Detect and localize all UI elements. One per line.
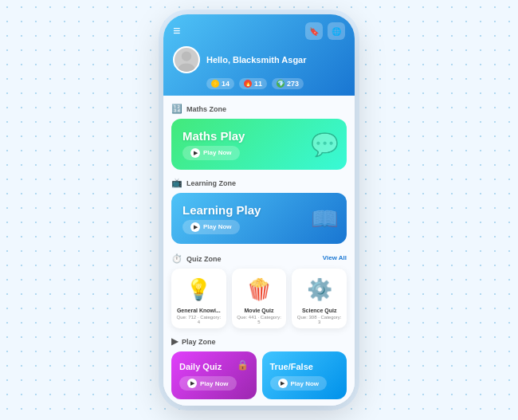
daily-play-icon: ▶ xyxy=(187,379,197,388)
streak-value: 14 xyxy=(222,80,230,88)
menu-icon[interactable]: ≡ xyxy=(173,24,181,38)
streak-dot: ⚡ xyxy=(211,80,219,88)
stat-badge-gems: 💎 273 xyxy=(272,78,304,89)
maths-play-label: Play Now xyxy=(203,149,232,156)
quiz-zone-header: ⏱️ Quiz Zone View All xyxy=(171,252,347,264)
truefalse-title: True/False xyxy=(270,362,339,371)
stat-badge-fire: 🔥 11 xyxy=(239,78,267,89)
learning-play-label: Play Now xyxy=(203,223,232,230)
learning-play-button[interactable]: ▶ Play Now xyxy=(182,220,240,234)
gems-dot: 💎 xyxy=(277,80,285,88)
science-quiz-name: Science Quiz xyxy=(302,308,337,313)
movie-quiz-icon: 🍿 xyxy=(244,274,274,304)
quiz-zone-text: Quiz Zone xyxy=(186,255,222,263)
daily-play-button[interactable]: ▶ Play Now xyxy=(179,376,237,391)
header-top: ≡ 🔖 🌐 xyxy=(173,22,345,40)
lock-icon: 🔒 xyxy=(237,359,249,371)
maths-watermark: 💬 xyxy=(311,131,339,158)
gems-value: 273 xyxy=(287,80,299,88)
main-content: 🔢 Maths Zone Maths Play ▶ Play Now 💬 📺 L… xyxy=(163,96,355,406)
quiz-card-general[interactable]: 💡 General Knowi... Que: 712 · Category: … xyxy=(171,269,226,328)
play-zone-icon: ▶ xyxy=(171,336,178,347)
learning-zone-label: 📺 Learning Zone xyxy=(171,178,347,188)
learning-play-icon: ▶ xyxy=(190,222,200,232)
movie-quiz-sub: Que: 441 · Category: 5 xyxy=(236,315,283,324)
header-icons: 🔖 🌐 xyxy=(305,22,345,40)
avatar xyxy=(173,46,200,73)
fire-dot: 🔥 xyxy=(244,80,252,88)
user-greeting: Hello, Blacksmith Asgar xyxy=(206,55,307,65)
play-zone-row: Daily Quiz 🔒 ▶ Play Now True/False ▶ Pla… xyxy=(171,351,347,399)
stat-badge-streak: ⚡ 14 xyxy=(206,78,234,89)
maths-play-icon: ▶ xyxy=(190,148,200,158)
quiz-zone-icon: ⏱️ xyxy=(171,253,182,264)
fire-value: 11 xyxy=(254,80,262,88)
maths-play-card[interactable]: Maths Play ▶ Play Now 💬 xyxy=(171,119,347,170)
phone-frame: ≡ 🔖 🌐 Hello, Blacksmith Asgar ⚡ xyxy=(163,14,355,406)
truefalse-card[interactable]: True/False ▶ Play Now xyxy=(262,351,347,399)
translate-button[interactable]: 🌐 xyxy=(328,22,345,40)
general-quiz-icon: 💡 xyxy=(183,274,214,304)
svg-point-1 xyxy=(178,63,194,73)
view-all-button[interactable]: View All xyxy=(323,254,347,261)
play-zone-label: ▶ Play Zone xyxy=(171,336,347,347)
truefalse-play-label: Play Now xyxy=(291,380,320,387)
maths-play-button[interactable]: ▶ Play Now xyxy=(182,146,240,160)
maths-zone-icon: 🔢 xyxy=(171,104,182,114)
stats-row: ⚡ 14 🔥 11 💎 273 xyxy=(206,78,345,89)
general-quiz-name: General Knowi... xyxy=(177,308,221,313)
quiz-cards-row: 💡 General Knowi... Que: 712 · Category: … xyxy=(171,269,347,328)
daily-quiz-card[interactable]: Daily Quiz 🔒 ▶ Play Now xyxy=(171,351,257,399)
daily-play-label: Play Now xyxy=(200,380,229,387)
truefalse-play-button[interactable]: ▶ Play Now xyxy=(270,376,328,391)
movie-quiz-name: Movie Quiz xyxy=(245,308,274,313)
quiz-card-science[interactable]: ⚙️ Science Quiz Que: 308 · Category: 3 xyxy=(292,269,347,328)
general-quiz-sub: Que: 712 · Category: 4 xyxy=(175,315,222,324)
quiz-card-movie[interactable]: 🍿 Movie Quiz Que: 441 · Category: 5 xyxy=(232,269,287,328)
header: ≡ 🔖 🌐 Hello, Blacksmith Asgar ⚡ xyxy=(163,14,355,96)
user-row: Hello, Blacksmith Asgar xyxy=(173,46,345,73)
quiz-zone-label: ⏱️ Quiz Zone xyxy=(171,253,222,264)
science-quiz-icon: ⚙️ xyxy=(304,274,335,304)
learning-watermark: 📖 xyxy=(311,206,339,232)
learning-play-card[interactable]: Learning Play ▶ Play Now 📖 xyxy=(171,193,347,244)
play-zone-text: Play Zone xyxy=(182,338,216,346)
truefalse-play-icon: ▶ xyxy=(278,379,288,388)
science-quiz-sub: Que: 308 · Category: 3 xyxy=(296,315,343,324)
bookmark-button[interactable]: 🔖 xyxy=(305,22,323,40)
maths-zone-label: 🔢 Maths Zone xyxy=(171,104,347,114)
learning-zone-text: Learning Zone xyxy=(186,179,236,187)
learning-zone-icon: 📺 xyxy=(171,178,182,188)
maths-zone-text: Maths Zone xyxy=(186,105,226,113)
svg-point-0 xyxy=(182,51,191,61)
